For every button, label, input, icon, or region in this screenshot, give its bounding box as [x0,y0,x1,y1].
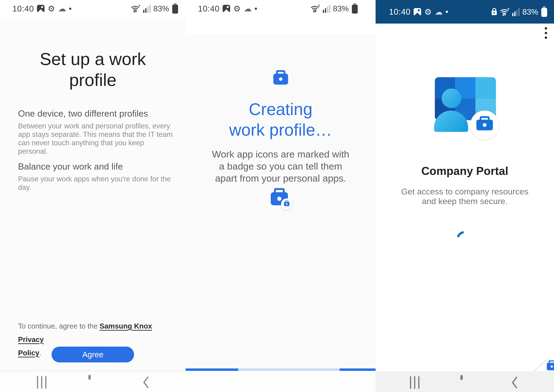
section-body-profiles: Between your work and personal profiles,… [18,122,173,155]
wifi-icon: 6 [499,7,509,16]
svg-text:6: 6 [507,7,509,11]
logo-person-head [442,89,461,108]
progress-fill-right [340,368,376,371]
status-time: 10:40 [198,4,220,14]
battery-icon [172,5,178,14]
gallery-icon [414,8,421,16]
home-button[interactable] [460,376,463,379]
gallery-icon [223,5,230,12]
overflow-menu-button[interactable] [544,26,548,40]
recents-button[interactable] [37,376,46,389]
wifi-icon: 6 [131,4,140,13]
indeterminate-progress-bar [186,368,376,371]
work-briefcase-icon [273,74,288,85]
lock-icon [492,11,497,15]
home-icon [460,375,463,380]
creating-profile-description: Work app icons are marked with a badge s… [186,148,376,184]
battery-icon [352,5,358,14]
panel-creating-work-profile: 10:40 ⚙ ☁ 6 83% [186,0,376,392]
navigation-bar [0,371,186,392]
back-button[interactable] [143,376,149,389]
svg-text:6: 6 [138,4,140,7]
status-bar: 10:40 ⚙ ☁ 6 83% [186,0,376,17]
gear-icon: ⚙ [48,5,55,13]
signal-icon [323,4,330,13]
agree-button[interactable]: Agree [52,347,134,362]
screenshot-triptych: 10:40 ⚙ ☁ 6 83% Set [0,0,554,392]
status-bar: 10:40 ⚙ ☁ 6 83% [376,0,554,24]
status-time: 10:40 [12,4,34,14]
signal-icon [512,7,520,16]
gear-icon: ⚙ [424,8,432,16]
svg-text:6: 6 [318,4,320,7]
home-icon [88,375,91,380]
work-badge-icon [281,198,292,210]
back-button[interactable] [511,376,518,389]
notification-dot [69,7,71,10]
app-title: Company Portal [376,164,554,177]
gear-icon: ⚙ [233,5,241,13]
bottom-spacer [186,371,376,392]
section-body-balance: Pause your work apps when you're done fo… [18,175,173,191]
logo-briefcase-badge [470,111,499,140]
back-icon [511,376,518,389]
notification-dot [255,7,257,10]
section-heading-profiles: One device, two different profiles [18,108,148,119]
back-icon [143,376,149,389]
page-title: Set up a work profile [0,49,186,91]
battery-percent: 83% [333,4,349,13]
navigation-bar [376,371,554,392]
panel-work-profile-setup: 10:40 ⚙ ☁ 6 83% Set [0,0,186,392]
notification-dot [446,11,448,13]
app-subtitle: Get access to company resources and keep… [376,187,554,206]
cp-logo-tile [476,77,496,99]
cloud-icon: ☁ [244,5,252,13]
loading-spinner [454,229,475,250]
panel-company-portal: 10:40 ⚙ ☁ 6 83% [376,0,554,392]
cloud-icon: ☁ [435,8,443,16]
battery-percent: 83% [153,4,169,13]
wifi-icon: 6 [310,4,320,13]
progress-fill-left [186,368,238,371]
company-portal-logo [434,77,499,141]
cloud-icon: ☁ [58,5,66,13]
signal-icon [143,4,151,13]
creating-profile-title: Creating work profile… [186,99,376,140]
privacy-policy-link-line2[interactable]: Policy [18,349,39,357]
home-button[interactable] [88,376,91,378]
gallery-icon [37,5,45,12]
recents-button[interactable] [410,376,419,389]
battery-icon [541,8,547,17]
battery-percent: 83% [522,7,538,16]
section-heading-balance: Balance your work and life [18,161,123,172]
badged-work-briefcase-icon [271,192,288,206]
status-bar: 10:40 ⚙ ☁ 6 83% [0,0,186,17]
clipped-work-briefcase-icon [547,363,554,371]
status-time: 10:40 [389,7,410,16]
